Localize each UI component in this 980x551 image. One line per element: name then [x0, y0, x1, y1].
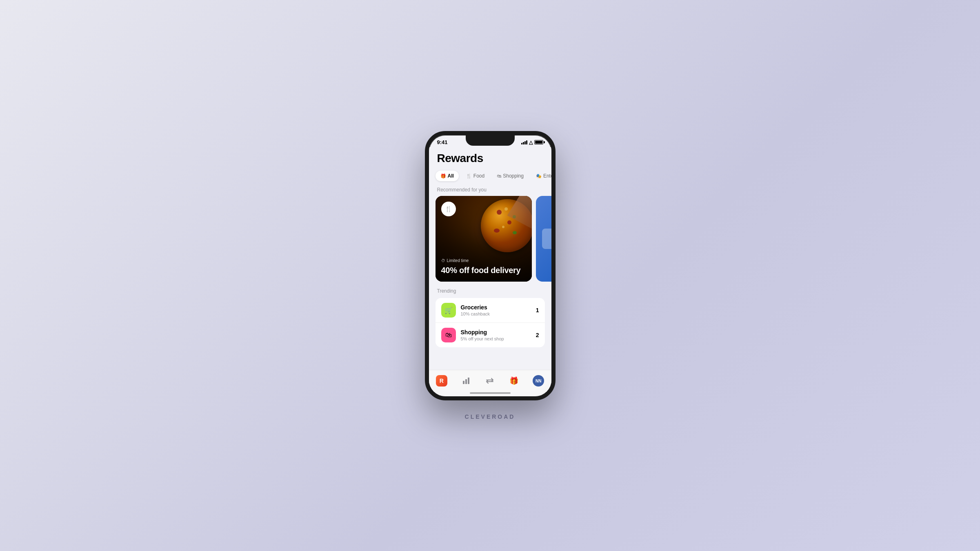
- promo-card-title: 40% off food delivery: [441, 265, 521, 275]
- tab-food-label: Food: [473, 173, 484, 179]
- rewards-nav-icon: R: [436, 375, 447, 387]
- profile-avatar-icon: NN: [533, 375, 544, 387]
- promo-card-food[interactable]: 🍴 ⏱ Limited time 40% off food delivery: [436, 196, 532, 282]
- tab-all-label: All: [448, 173, 454, 179]
- tab-all[interactable]: 🎁 All: [436, 171, 459, 181]
- trending-name-groceries: Groceries: [461, 304, 531, 311]
- food-tab-icon: 🍴: [466, 173, 472, 179]
- recommended-label: Recommended for you: [429, 185, 551, 196]
- limited-time-badge: ⏱ Limited time: [441, 258, 521, 263]
- page-header: Rewards: [429, 147, 551, 168]
- list-item[interactable]: 🛒 Groceries 10% cashback 1: [436, 298, 545, 323]
- nav-item-gifts[interactable]: 🎁: [506, 374, 522, 387]
- status-icons: △: [521, 140, 543, 145]
- gifts-nav-icon: 🎁: [509, 376, 519, 386]
- list-item[interactable]: 🛍 Shopping 5% off your next shop 2: [436, 323, 545, 347]
- shopping-tab-icon: 🛍: [497, 173, 501, 178]
- trending-rank-1: 1: [536, 307, 539, 313]
- page-title: Rewards: [437, 152, 543, 165]
- trending-info-groceries: Groceries 10% cashback: [461, 304, 531, 316]
- promo-badge-icon: 🍴: [441, 202, 456, 216]
- gift-tab-icon: 🎁: [440, 173, 446, 179]
- tab-shopping-label: Shopping: [503, 173, 524, 179]
- svg-rect-2: [468, 378, 469, 384]
- nav-item-analytics[interactable]: [458, 374, 474, 387]
- promo-cards-container: 🍴 ⏱ Limited time 40% off food delivery: [429, 196, 551, 282]
- trending-desc-shopping: 5% off your next shop: [461, 336, 531, 341]
- status-time: 9:41: [437, 139, 448, 145]
- nav-item-transfer[interactable]: [482, 374, 498, 387]
- trending-section: Trending 🛒 Groceries 10% cashback 1 🛍: [429, 282, 551, 351]
- promo-food-icon: 🍴: [445, 206, 452, 212]
- trending-list: 🛒 Groceries 10% cashback 1 🛍 Shopping 5%…: [436, 298, 545, 347]
- groceries-icon: 🛒: [441, 303, 456, 318]
- filter-tabs: 🎁 All 🍴 Food 🛍 Shopping 🎭 Entertainment: [429, 168, 551, 185]
- tab-food[interactable]: 🍴 Food: [461, 171, 489, 181]
- analytics-nav-icon: [461, 376, 471, 386]
- battery-icon: [534, 140, 543, 144]
- trending-desc-groceries: 10% cashback: [461, 311, 531, 316]
- promo-card-content: ⏱ Limited time 40% off food delivery: [441, 258, 521, 275]
- tab-entertainment[interactable]: 🎭 Entertainment: [531, 171, 551, 181]
- tab-entertainment-label: Entertainment: [543, 173, 551, 179]
- phone-wrapper: 9:41 △ Rewards: [425, 131, 556, 420]
- wifi-icon: △: [529, 140, 533, 145]
- promo-card-peek[interactable]: [536, 196, 551, 282]
- transfer-nav-icon: [485, 376, 495, 386]
- home-indicator: [470, 392, 511, 394]
- signal-icon: [521, 140, 527, 144]
- trending-info-shopping: Shopping 5% off your next shop: [461, 329, 531, 341]
- phone-device: 9:41 △ Rewards: [425, 131, 556, 400]
- nav-item-profile[interactable]: NN: [529, 373, 547, 388]
- shopping-icon: 🛍: [441, 328, 456, 342]
- screen-content: Rewards 🎁 All 🍴 Food 🛍 Shopping 🎭: [429, 147, 551, 392]
- svg-rect-1: [465, 379, 467, 384]
- limited-time-text: Limited time: [447, 258, 469, 263]
- phone-notch: [466, 135, 515, 146]
- tab-shopping[interactable]: 🛍 Shopping: [492, 171, 529, 181]
- trending-label: Trending: [436, 288, 545, 294]
- clock-icon: ⏱: [441, 258, 445, 263]
- svg-rect-0: [463, 381, 464, 384]
- entertainment-tab-icon: 🎭: [536, 173, 542, 179]
- brand-label: CLEVEROAD: [465, 413, 516, 420]
- nav-item-rewards[interactable]: R: [433, 373, 451, 388]
- trending-rank-2: 2: [536, 332, 539, 338]
- trending-name-shopping: Shopping: [461, 329, 531, 335]
